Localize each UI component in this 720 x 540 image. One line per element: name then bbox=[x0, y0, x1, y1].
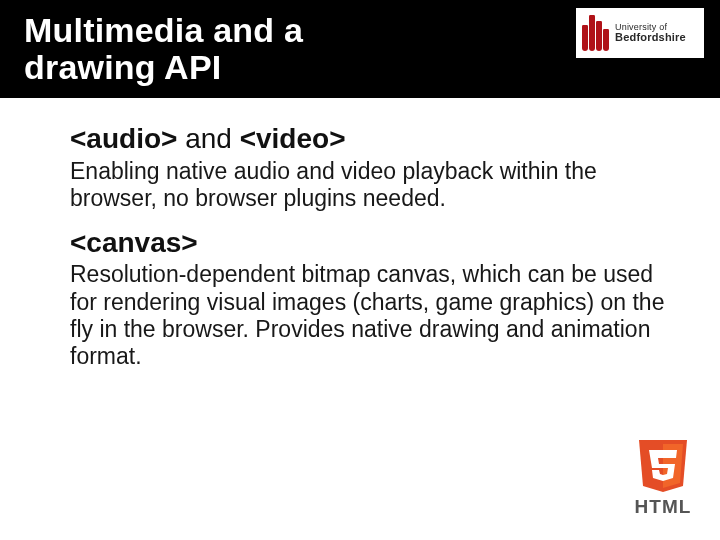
html5-label: HTML bbox=[632, 496, 694, 518]
header-bar: Multimedia and a drawing API University … bbox=[0, 0, 720, 98]
tag-video: <video> bbox=[240, 123, 346, 154]
university-logo-text: University of Bedfordshire bbox=[615, 23, 686, 43]
university-logo-mark bbox=[582, 15, 609, 51]
tag-audio: <audio> bbox=[70, 123, 177, 154]
section-body-audio-video: Enabling native audio and video playback… bbox=[70, 158, 672, 212]
university-logo: University of Bedfordshire bbox=[576, 8, 704, 58]
section-heading-audio-video: <audio> and <video> bbox=[70, 122, 672, 156]
section-body-canvas: Resolution-dependent bitmap canvas, whic… bbox=[70, 261, 672, 370]
svg-marker-2 bbox=[649, 450, 677, 481]
content-area: <audio> and <video> Enabling native audi… bbox=[0, 98, 720, 370]
logo-text-bottom: Bedfordshire bbox=[615, 32, 686, 43]
html5-logo: HTML bbox=[632, 436, 694, 518]
title-line-2: drawing API bbox=[24, 48, 221, 86]
html5-shield-icon bbox=[632, 436, 694, 496]
title-line-1: Multimedia and a bbox=[24, 11, 303, 49]
heading-mid-1: and bbox=[177, 123, 239, 154]
slide-title: Multimedia and a drawing API bbox=[24, 12, 303, 87]
tag-canvas: <canvas> bbox=[70, 227, 198, 258]
section-heading-canvas: <canvas> bbox=[70, 226, 672, 260]
